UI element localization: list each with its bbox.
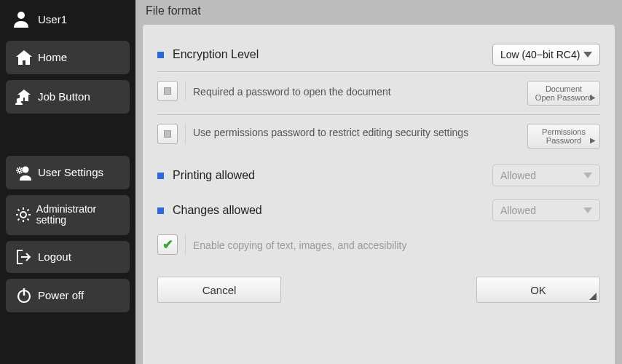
section-printing: Printing allowed Allowed: [157, 159, 600, 194]
section-encryption: Encryption Level Low (40−bit RC4) Requir…: [157, 38, 600, 159]
sidebar-item-label: Job Button: [38, 91, 90, 103]
option-label: Required a password to open the document: [185, 81, 520, 101]
chevron-right-icon: ▶: [590, 93, 596, 101]
sidebar-item-label: User Settings: [38, 167, 103, 179]
sidebar-item-label: Administrator setting: [36, 204, 122, 226]
svg-point-0: [17, 12, 25, 19]
section-title-encryption: Encryption Level: [157, 48, 259, 61]
dropdown-value: Allowed: [500, 205, 536, 216]
option-label: Enable copying of text, images, and acce…: [185, 234, 600, 255]
sidebar-item-label: Power off: [38, 290, 84, 302]
job-button-icon: [13, 89, 35, 105]
main-panel: File format Encryption Level Low (40−bit…: [135, 0, 622, 364]
section-title-printing: Printing allowed: [157, 169, 255, 182]
option-row-open-password: Required a password to open the document…: [157, 78, 600, 108]
sidebar-item-logout[interactable]: Logout: [6, 241, 130, 273]
chevron-right-icon: ▶: [590, 136, 596, 144]
open-password-checkbox[interactable]: [157, 81, 178, 101]
section-title-label: Changes allowed: [173, 204, 262, 217]
page-title: File format: [135, 0, 622, 20]
enable-copying-checkbox[interactable]: ✔: [157, 234, 178, 255]
footer: Cancel OK: [157, 265, 600, 310]
bullet-icon: [157, 52, 164, 58]
dropdown-value: Allowed: [500, 170, 536, 181]
sidebar-user: User1: [6, 0, 130, 38]
chevron-down-icon: [583, 52, 592, 58]
option-label: Use permissions password to restrict edi…: [185, 124, 520, 144]
bullet-icon: [157, 173, 164, 179]
dropdown-value: Low (40−bit RC4): [500, 49, 580, 60]
svg-point-2: [23, 167, 29, 173]
svg-point-3: [18, 169, 21, 172]
svg-point-4: [20, 212, 26, 218]
bullet-icon: [157, 207, 164, 214]
sidebar-item-label: Home: [38, 52, 67, 64]
content-area: Encryption Level Low (40−bit RC4) Requir…: [143, 25, 615, 364]
sidebar-item-job-button[interactable]: Job Button: [6, 80, 130, 114]
sidebar-item-power-off[interactable]: Power off: [6, 279, 130, 312]
chevron-down-icon: [583, 207, 592, 213]
permissions-password-checkbox[interactable]: [157, 124, 178, 144]
sidebar-user-label: User1: [38, 13, 67, 25]
sidebar-item-home[interactable]: Home: [6, 41, 130, 74]
logout-icon: [13, 250, 35, 264]
changes-allowed-dropdown[interactable]: Allowed: [492, 199, 600, 221]
sidebar-item-user-settings[interactable]: User Settings: [6, 156, 130, 189]
section-title-label: Printing allowed: [173, 169, 255, 182]
sidebar-item-admin-setting[interactable]: Administrator setting: [6, 195, 130, 235]
sidebar: User1 Home Job Button User Settings Admi…: [0, 0, 135, 364]
home-icon: [13, 50, 35, 66]
encryption-level-dropdown[interactable]: Low (40−bit RC4): [492, 44, 600, 66]
permissions-password-button[interactable]: Permissions Password ▶: [527, 124, 600, 149]
option-row-enable-copying: ✔ Enable copying of text, images, and ac…: [157, 232, 600, 258]
cancel-button[interactable]: Cancel: [157, 277, 281, 303]
printing-allowed-dropdown[interactable]: Allowed: [492, 165, 600, 186]
option-row-permissions-password: Use permissions password to restrict edi…: [157, 121, 600, 151]
chevron-down-icon: [583, 173, 592, 178]
ok-button[interactable]: OK: [476, 277, 600, 303]
sidebar-item-label: Logout: [38, 251, 71, 264]
section-title-changes: Changes allowed: [157, 204, 262, 217]
document-open-password-button[interactable]: Document Open Password ▶: [527, 81, 600, 106]
section-changes: Changes allowed Allowed ✔ Enable copying…: [157, 194, 600, 265]
gear-icon: [13, 207, 34, 223]
section-title-label: Encryption Level: [173, 48, 259, 61]
resize-corner-icon: [589, 293, 597, 300]
user-icon: [12, 10, 31, 28]
user-settings-icon: [13, 165, 35, 181]
power-icon: [13, 288, 35, 304]
